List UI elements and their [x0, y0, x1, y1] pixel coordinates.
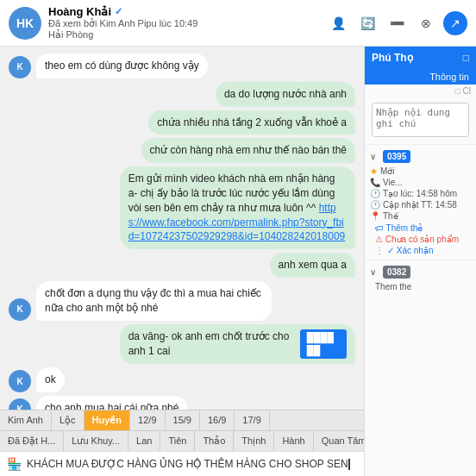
- message-bubble: chứa nhiều nhà tầng 2 xuống vẫn khoẻ a: [148, 110, 355, 135]
- message-row: Em gửi mình video khách nhà em nhận hàng…: [9, 166, 355, 249]
- message-bubble: chứ còn hàng nhà em như thế nào bán thê: [141, 138, 356, 163]
- minus-button[interactable]: ➖: [385, 11, 409, 35]
- order-updated: 🕐 Cập nhật TT: 14:58: [370, 200, 471, 210]
- message-row: da vâng- ok anh em chốt trước cho anh 1 …: [9, 324, 355, 365]
- msg-avatar: K: [9, 56, 31, 78]
- tab-huyen[interactable]: Huyền: [85, 410, 131, 430]
- refresh-button[interactable]: 🔄: [355, 11, 379, 35]
- order-phone: 📞 Vie...: [370, 178, 471, 187]
- header-info: Hoàng Khải ✓ Đã xem bởi Kim Anh Pipu lúc…: [48, 5, 326, 41]
- tab-15-9[interactable]: 15/9: [166, 410, 200, 430]
- clock2-icon: 🕐: [370, 200, 380, 210]
- confirm-button[interactable]: ✓ Xác nhận: [387, 246, 433, 255]
- tab-12-9[interactable]: 12/9: [130, 410, 165, 430]
- message-bubble: da do lượng nước nhà anh: [216, 82, 355, 107]
- order-number-0395: 0395: [383, 150, 410, 163]
- header-sub: Đã xem bởi Kim Anh Pipu lúc 10:49: [48, 18, 326, 29]
- tab-16-9[interactable]: 16/9: [200, 410, 235, 430]
- order-location: 📍 Thế: [370, 211, 471, 221]
- pin-icon: 📍: [370, 211, 380, 221]
- header-name: Hoàng Khải ✓: [48, 5, 326, 18]
- tab-da-dat[interactable]: Đã Đặt H...: [0, 431, 64, 451]
- tab-quan-tam[interactable]: Quan Tâm: [314, 431, 364, 451]
- message-row: anh xem qua a: [9, 253, 355, 278]
- close-button[interactable]: ⊗: [414, 11, 438, 35]
- order-number-0382: 0382: [383, 266, 410, 279]
- sidebar-collapse[interactable]: □ Cl: [455, 86, 471, 96]
- share-button[interactable]: ↗: [443, 11, 467, 35]
- msg-avatar: K: [9, 370, 31, 392]
- tab-lan[interactable]: Lan: [128, 431, 160, 451]
- order-0395: ∨ 0395 ★ Mới 📞 Vie... 🕐 Tạo lúc: 14:58 h…: [365, 144, 476, 260]
- no-product-status: ⚠ Chưa có sản phẩm: [370, 234, 471, 245]
- sidebar-header: Phú Thọ □: [365, 47, 476, 69]
- sidebar-close-area: □ Cl: [365, 85, 476, 97]
- message-row: K cho anh mua hai cái nữa nhé: [9, 396, 355, 410]
- person-button[interactable]: 👤: [326, 11, 350, 35]
- tab-kim-anh[interactable]: Kim Anh: [0, 410, 52, 430]
- verified-icon: ✓: [115, 6, 122, 17]
- note-input[interactable]: [372, 103, 469, 137]
- message-row: chứa nhiều nhà tầng 2 xuống vẫn khoẻ a: [9, 110, 355, 135]
- right-sidebar: Phú Thọ □ Thông tin □ Cl ∨ 0395 ★ Mới 📞 …: [364, 47, 476, 476]
- message-row: K theo em có dùng được không vậy: [9, 53, 355, 78]
- message-row: K ok: [9, 367, 355, 392]
- sidebar-sub-header: Thông tin: [365, 69, 476, 85]
- bottom-input-text: KHÁCH MUA ĐƯỢC HÀNG ỦNG HỘ THÊM HÀNG CHO…: [27, 458, 357, 470]
- tab-thao[interactable]: Thảo: [195, 431, 234, 451]
- more-icon: ⋮: [375, 246, 384, 255]
- warning-icon: ⚠: [375, 235, 383, 244]
- highlight-tag: ██████: [300, 329, 347, 360]
- message-bubble: anh xem qua a: [270, 253, 355, 278]
- chat-area: K theo em có dùng được không vậy da do l…: [0, 47, 364, 476]
- order-0382: ∨ 0382 Them the: [365, 260, 476, 297]
- tab-loc[interactable]: Lộc: [52, 410, 85, 430]
- message-bubble: ok: [36, 367, 65, 392]
- clock-icon: 🕐: [370, 189, 380, 198]
- message-row: K chốt đơn a dụng thu vậy đc thì a mua h…: [9, 281, 355, 321]
- header-location: Hải Phòng: [48, 29, 326, 41]
- messages-list: K theo em có dùng được không vậy da do l…: [0, 47, 364, 410]
- tab-17-9[interactable]: 17/9: [235, 410, 269, 430]
- msg-avatar: K: [9, 398, 31, 410]
- star-icon: ★: [370, 166, 378, 176]
- text-cursor: [348, 459, 350, 470]
- chat-header: HK Hoàng Khải ✓ Đã xem bởi Kim Anh Pipu …: [0, 0, 476, 47]
- header-actions: 👤 🔄 ➖ ⊗ ↗: [326, 11, 467, 35]
- message-row: chứ còn hàng nhà em như thế nào bán thê: [9, 138, 355, 163]
- message-bubble: chốt đơn a dụng thu vậy đc thì a mua hai…: [36, 281, 272, 321]
- tab-luu-khuy[interactable]: Lưu Khuy...: [64, 431, 128, 451]
- tab-hanh[interactable]: Hành: [274, 431, 313, 451]
- shop-icon: 🏪: [7, 457, 22, 471]
- tab-thinh[interactable]: Thịnh: [234, 431, 274, 451]
- message-bubble: Em gửi mình video khách nhà em nhận hàng…: [120, 166, 355, 249]
- phone-icon: 📞: [370, 178, 380, 187]
- order-created: 🕐 Tạo lúc: 14:58 hôm: [370, 189, 471, 198]
- sidebar-note: [365, 97, 476, 144]
- message-bubble: theo em có dùng được không vậy: [36, 53, 208, 78]
- add-tag-button[interactable]: 🏷 Thêm thẻ: [370, 222, 471, 234]
- tab-bar: Kim Anh Lộc Huyền 12/9 15/9 16/9 17/9: [0, 410, 364, 430]
- order-status-new: ★ Mới: [370, 166, 471, 176]
- main-layout: K theo em có dùng được không vậy da do l…: [0, 47, 476, 476]
- them-the-tag: Them the: [370, 280, 471, 293]
- tab-bar-2: Đã Đặt H... Lưu Khuy... Lan Tiên Thảo Th…: [0, 430, 364, 451]
- message-row: da do lượng nước nhà anh: [9, 82, 355, 107]
- message-link[interactable]: https://www.facebook.com/permalink.php?s…: [128, 202, 346, 243]
- order-confirm-row: ⋮ ✓ Xác nhận: [370, 245, 471, 256]
- message-bubble: da vâng- ok anh em chốt trước cho anh 1 …: [120, 324, 355, 365]
- avatar: HK: [9, 7, 41, 40]
- bottom-input-bar: 🏪 KHÁCH MUA ĐƯỢC HÀNG ỦNG HỘ THÊM HÀNG C…: [0, 451, 364, 476]
- msg-avatar: K: [9, 298, 31, 321]
- message-bubble: cho anh mua hai cái nữa nhé: [36, 396, 187, 410]
- tab-tien[interactable]: Tiên: [160, 431, 195, 451]
